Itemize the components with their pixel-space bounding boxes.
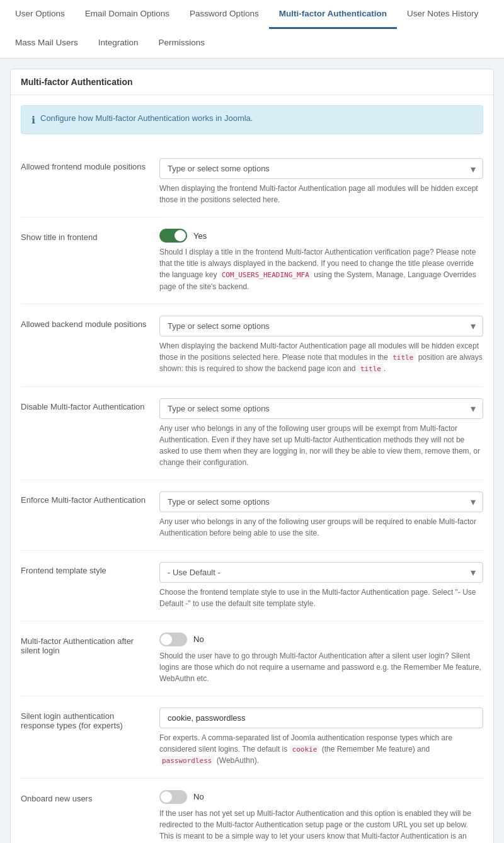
code-span: passwordless (159, 756, 214, 766)
help-text: For experts. A comma-separated list of J… (159, 732, 483, 767)
field-label: Silent login authentication response typ… (21, 708, 147, 730)
toggle-label: No (193, 792, 204, 801)
info-text: Configure how Multi-factor Authenticatio… (40, 113, 253, 123)
card: Multi-factor Authentication ℹ Configure … (10, 69, 494, 843)
tabs-container: User OptionsEmail Domain OptionsPassword… (0, 0, 504, 59)
form-row: Enforce Multi-factor AuthenticationType … (21, 480, 483, 551)
tab-user-options[interactable]: User Options (5, 0, 75, 29)
code-span: title (358, 364, 384, 374)
select-input[interactable]: Type or select some options (159, 158, 483, 179)
field-control-wrap: NoIf the user has not yet set up Multi-f… (159, 790, 483, 844)
card-body: ℹ Configure how Multi-factor Authenticat… (11, 95, 493, 843)
select-wrapper: Type or select some options (159, 316, 483, 336)
toggle-switch[interactable] (159, 790, 187, 804)
select-wrapper: Type or select some options (159, 158, 483, 179)
field-label: Allowed backend module positions (21, 316, 147, 329)
field-label: Multi-factor Authentication after silent… (21, 633, 147, 655)
field-label: Allowed frontend module positions (21, 158, 147, 171)
field-control-wrap: - Use Default -Choose the frontend templ… (159, 562, 483, 609)
form-row: Disable Multi-factor AuthenticationType … (21, 387, 483, 480)
help-text: Choose the frontend template style to us… (159, 587, 483, 609)
help-text: Should I display a title in the frontend… (159, 246, 483, 292)
card-header: Multi-factor Authentication (11, 69, 493, 95)
form-row: Show title in frontendYesShould I displa… (21, 217, 483, 304)
field-control-wrap: YesShould I display a title in the front… (159, 229, 483, 292)
select-input[interactable]: Type or select some options (159, 398, 483, 419)
field-label: Disable Multi-factor Authentication (21, 398, 147, 411)
select-wrapper: Type or select some options (159, 398, 483, 419)
tabs-row-2: Mass Mail UsersIntegrationPermissions (5, 29, 499, 58)
field-control-wrap: Type or select some optionsWhen displayi… (159, 316, 483, 375)
field-control-wrap: Type or select some optionsWhen displayi… (159, 158, 483, 205)
help-text: Any user who belongs in any of the follo… (159, 423, 483, 468)
tab-password-options[interactable]: Password Options (180, 0, 269, 29)
main-content: Multi-factor Authentication ℹ Configure … (0, 59, 504, 843)
info-box: ℹ Configure how Multi-factor Authenticat… (21, 105, 483, 134)
field-control-wrap: NoShould the user have to go through Mul… (159, 633, 483, 684)
field-label: Frontend template style (21, 562, 147, 575)
form-row: Allowed frontend module positionsType or… (21, 147, 483, 217)
help-text: When displaying the backend Multi-factor… (159, 340, 483, 375)
form-fields: Allowed frontend module positionsType or… (21, 147, 483, 843)
code-span: COM_USERS_HEADING_MFA (219, 270, 312, 280)
help-text: When displaying the frontend Multi-facto… (159, 183, 483, 205)
toggle-wrap: No (159, 633, 483, 646)
field-label: Show title in frontend (21, 229, 147, 242)
toggle-switch[interactable] (159, 633, 187, 646)
help-text: Any user who belongs in any of the follo… (159, 516, 483, 539)
tab-user-notes-history[interactable]: User Notes History (397, 0, 488, 29)
field-control-wrap: Type or select some optionsAny user who … (159, 491, 483, 539)
text-input[interactable] (159, 708, 483, 728)
select-input[interactable]: Type or select some options (159, 491, 483, 512)
tab-multi-factor-authentication[interactable]: Multi-factor Authentication (269, 0, 397, 29)
toggle-label: Yes (193, 231, 207, 241)
field-control-wrap: For experts. A comma-separated list of J… (159, 708, 483, 767)
select-wrapper: - Use Default - (159, 562, 483, 583)
select-input[interactable]: Type or select some options (159, 316, 483, 336)
tab-mass-mail-users[interactable]: Mass Mail Users (5, 29, 88, 58)
help-text: Should the user have to go through Multi… (159, 650, 483, 684)
field-label: Enforce Multi-factor Authentication (21, 491, 147, 505)
select-input[interactable]: - Use Default - (159, 562, 483, 583)
toggle-wrap: Yes (159, 229, 483, 243)
tab-integration[interactable]: Integration (88, 29, 149, 58)
toggle-label: No (193, 634, 204, 644)
field-control-wrap: Type or select some optionsAny user who … (159, 398, 483, 468)
code-span: cookie (290, 745, 320, 754)
toggle-wrap: No (159, 790, 483, 804)
tabs-row-1: User OptionsEmail Domain OptionsPassword… (5, 0, 499, 29)
form-row: Multi-factor Authentication after silent… (21, 621, 483, 696)
info-icon: ℹ (32, 114, 35, 126)
code-span: title (390, 353, 416, 362)
tab-permissions[interactable]: Permissions (149, 29, 215, 58)
help-text: If the user has not yet set up Multi-fac… (159, 808, 483, 844)
toggle-switch[interactable] (159, 229, 187, 243)
form-row: Onboard new usersNoIf the user has not y… (21, 779, 483, 844)
form-row: Frontend template style- Use Default -Ch… (21, 551, 483, 621)
field-label: Onboard new users (21, 790, 147, 803)
tab-email-domain-options[interactable]: Email Domain Options (75, 0, 180, 29)
select-wrapper: Type or select some options (159, 491, 483, 512)
form-row: Allowed backend module positionsType or … (21, 304, 483, 387)
form-row: Silent login authentication response typ… (21, 696, 483, 779)
